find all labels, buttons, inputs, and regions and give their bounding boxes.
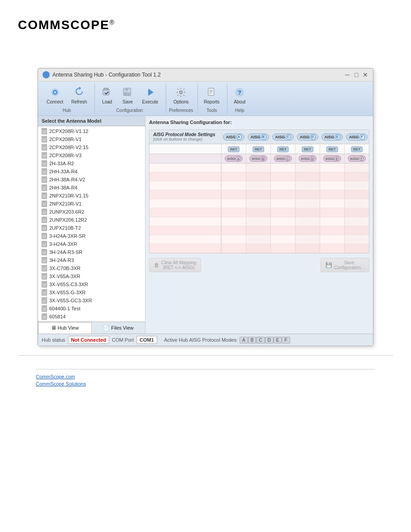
protocol-mode-btn-E[interactable]: E xyxy=(274,337,282,343)
antenna-list-item[interactable]: 3X-V65S-G-3XR xyxy=(38,288,145,296)
antenna-list-item[interactable]: 2UNPX203.6R2 xyxy=(38,208,145,216)
aisg-sub-col-btn-E[interactable]: AISG E xyxy=(323,155,342,162)
files-view-tab[interactable]: 📄 Files View xyxy=(92,322,146,334)
connect-button[interactable]: Connect xyxy=(43,84,66,106)
bottom-link-2[interactable]: CommScope Solutions xyxy=(36,381,375,386)
load-button[interactable]: Load xyxy=(98,84,116,106)
protocol-mode-btn-A[interactable]: A xyxy=(240,337,248,343)
data-cell-E xyxy=(320,190,344,199)
bottom-link-1[interactable]: CommScope.com xyxy=(36,374,375,379)
antenna-list-item[interactable]: 3X-V65S-C3-3XR xyxy=(38,280,145,288)
aisg-col-btn-C[interactable]: AISG C xyxy=(272,133,293,141)
aisg-sub-col-F[interactable]: AISG F xyxy=(344,154,369,163)
antenna-list-item[interactable]: 3-H24A-3XR-SR xyxy=(38,232,145,240)
antenna-item-icon xyxy=(42,297,47,304)
aisg-sub-circle-A: A xyxy=(236,156,240,161)
aisg-col-F[interactable]: AISG F xyxy=(344,132,369,142)
ret-mini-btn-C[interactable]: RET xyxy=(277,146,289,152)
aisg-col-E[interactable]: AISG E xyxy=(320,132,344,142)
data-cell-F xyxy=(344,208,369,217)
antenna-list-item[interactable]: 3-H24A-3XR xyxy=(38,240,145,248)
antenna-list-item[interactable]: 2HH-33A-R4 xyxy=(38,167,145,176)
antenna-item-label: 3H-24A-R3 xyxy=(49,257,74,263)
antenna-list-item[interactable]: 2NPX210R-V1 xyxy=(38,200,145,208)
antenna-list-item[interactable]: 3H-24A-R3-SR xyxy=(38,248,145,256)
clear-all-button[interactable]: 🗑 Clear All Mapping(RET <-> AISG) xyxy=(149,258,201,272)
aisg-col-btn-D[interactable]: AISG D xyxy=(297,133,318,141)
aisg-sub-col-E[interactable]: AISG E xyxy=(320,154,344,163)
aisg-sub-spacer xyxy=(150,154,221,163)
ret-mini-btn-D[interactable]: RET xyxy=(302,146,313,152)
aisg-col-btn-E[interactable]: AISG E xyxy=(321,133,342,141)
antenna-list-item[interactable]: 2UNPX206.12R2 xyxy=(38,216,145,224)
aisg-col-C[interactable]: AISG C xyxy=(270,132,295,142)
antenna-item-label: 3X-C70B-3XR xyxy=(49,266,81,271)
ret-mini-btn-B[interactable]: RET xyxy=(253,146,264,152)
aisg-sub-col-btn-F[interactable]: AISG F xyxy=(348,155,366,162)
antenna-item-icon xyxy=(42,152,47,159)
aisg-col-D[interactable]: AISG D xyxy=(295,132,320,142)
execute-button[interactable]: Execute xyxy=(139,84,161,106)
about-button[interactable]: ? About xyxy=(230,84,249,106)
aisg-col-B[interactable]: AISG B xyxy=(246,132,270,142)
aisg-circle-F: F xyxy=(360,134,365,140)
aisg-sub-col-btn-A[interactable]: AISG A xyxy=(225,155,243,162)
antenna-list-item[interactable]: 2NPX210R-V1.15 xyxy=(38,192,145,200)
antenna-list[interactable]: 2CPX208R-V1.122CPX208R-V12CPX208R-V2.152… xyxy=(38,126,145,322)
antenna-list-item[interactable]: 2UPX210B-T2 xyxy=(38,224,145,232)
antenna-list-item[interactable]: 3X-C70B-3XR xyxy=(38,264,145,272)
aisg-sub-col-C[interactable]: AISG C xyxy=(270,154,295,163)
close-button[interactable]: ✕ xyxy=(362,72,368,78)
maximize-button[interactable]: □ xyxy=(353,72,360,78)
aisg-col-A[interactable]: AISG A xyxy=(221,132,246,142)
data-row-cells xyxy=(221,190,369,199)
data-cell-D xyxy=(295,226,320,235)
data-row-cells xyxy=(221,235,369,244)
tools-buttons: Reports xyxy=(201,84,223,106)
aisg-sub-col-btn-C[interactable]: AISG C xyxy=(274,155,292,162)
aisg-col-btn-F[interactable]: AISG F xyxy=(346,133,367,141)
title-bar-left: Antenna Sharing Hub - Configuration Tool… xyxy=(43,71,161,78)
antenna-item-icon xyxy=(42,289,47,296)
antenna-list-item[interactable]: 2CPX208R-V2.15 xyxy=(38,143,145,151)
antenna-list-item[interactable]: 3H-24A-R3 xyxy=(38,256,145,264)
hub-view-tab[interactable]: 🖥 Hub View xyxy=(38,322,92,334)
protocol-mode-btn-C[interactable]: C xyxy=(256,337,265,343)
save-config-button[interactable]: 💾 SaveConfiguration... xyxy=(321,258,369,272)
antenna-list-item[interactable]: 604400-1 Test xyxy=(38,305,145,313)
aisg-sub-col-btn-B[interactable]: AISG B xyxy=(249,155,268,162)
aisg-col-btn-B[interactable]: AISG B xyxy=(248,133,269,141)
antenna-list-item[interactable]: 3X-V65A-3XR xyxy=(38,272,145,280)
refresh-button[interactable]: Refresh xyxy=(68,84,90,106)
toolbar-tools-group: Reports Tools xyxy=(199,83,227,114)
aisg-circle-C: C xyxy=(286,134,291,140)
ret-mini-btn-E[interactable]: RET xyxy=(326,146,338,152)
antenna-list-item[interactable]: 3X-V65S-GC3-3XR xyxy=(38,296,145,305)
view-tabs: 🖥 Hub View 📄 Files View xyxy=(38,322,145,334)
antenna-list-item[interactable]: 2HH-38A-R4-V2 xyxy=(38,176,145,184)
protocol-mode-btn-D[interactable]: D xyxy=(265,337,274,343)
ret-mini-btn-F[interactable]: RET xyxy=(351,146,363,152)
save-button[interactable]: Save xyxy=(118,84,137,106)
antenna-item-icon xyxy=(42,201,47,207)
antenna-list-item[interactable]: 2CPX208R-V3 xyxy=(38,151,145,159)
reports-button[interactable]: Reports xyxy=(201,84,223,106)
antenna-item-label: 605814 xyxy=(49,314,66,319)
aisg-sub-col-A[interactable]: AISG A xyxy=(221,154,246,163)
ret-mini-btn-A[interactable]: RET xyxy=(228,146,240,152)
antenna-list-item[interactable]: 2HH-38A-R4 xyxy=(38,184,145,192)
antenna-list-item[interactable]: 605814 xyxy=(38,313,145,321)
antenna-list-item[interactable]: 2H-33A-R2 xyxy=(38,159,145,167)
protocol-mode-btn-F[interactable]: F xyxy=(282,337,290,343)
aisg-sub-col-D[interactable]: AISG D xyxy=(295,154,320,163)
antenna-item-label: 2UPX210B-T2 xyxy=(49,225,81,231)
minimize-button[interactable]: ─ xyxy=(344,72,351,78)
protocol-mode-btn-B[interactable]: B xyxy=(248,337,257,343)
aisg-sub-col-btn-D[interactable]: AISG D xyxy=(299,155,317,162)
aisg-sub-col-B[interactable]: AISG B xyxy=(246,154,270,163)
title-bar-controls[interactable]: ─ □ ✕ xyxy=(344,72,368,78)
antenna-list-item[interactable]: 2CPX208R-V1.12 xyxy=(38,127,145,135)
aisg-col-btn-A[interactable]: AISG A xyxy=(223,133,244,141)
options-button[interactable]: Options xyxy=(170,84,192,106)
antenna-list-item[interactable]: 2CPX208R-V1 xyxy=(38,135,145,143)
